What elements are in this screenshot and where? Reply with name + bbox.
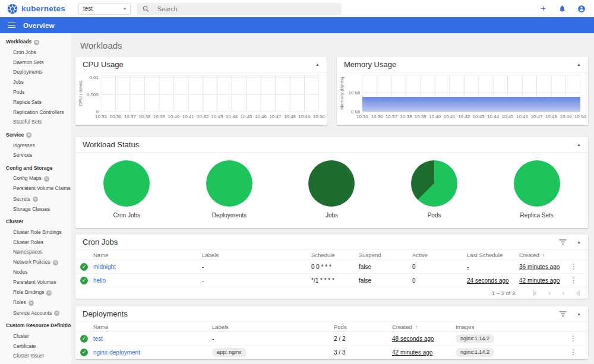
last-page-icon[interactable]: ›| [576,290,580,296]
sidebar-group-workloads[interactable]: WorkloadsN [0,36,71,48]
column-header-active[interactable]: Active [412,252,467,258]
column-header-last-schedule[interactable]: Last Schedule [467,252,519,258]
resource-link[interactable]: midnight [93,264,202,270]
collapse-icon[interactable]: ▲ [315,62,320,67]
sidebar-item-persistent-volume-claims[interactable]: Persistent Volume ClaimsN [0,183,71,194]
sidebar-item-cluster[interactable]: Cluster [0,331,71,341]
x-axis-tick: 10:48 [544,114,559,119]
sidebar-item-label: Roles [13,299,26,305]
column-header-created[interactable]: Created↑ [392,324,456,330]
x-axis-tick: 10:38 [398,114,413,119]
x-axis-tick: 10:49 [558,114,573,119]
notifications-button[interactable] [558,5,566,12]
sidebar-item-network-policies[interactable]: Network PoliciesN [0,257,71,267]
sidebar-item-certificate[interactable]: Certificate [0,341,71,351]
search-input[interactable] [157,5,336,12]
column-header-schedule[interactable]: Schedule [311,252,359,258]
kebab-menu-icon[interactable]: ⋮ [570,348,577,356]
header-actions [539,5,586,13]
actions-cell: ⋮ [567,262,581,271]
x-axis-labels: 10:3510:3610:3710:3810:3910:4010:4110:42… [362,114,580,119]
x-axis-tick: 10:44 [485,114,501,119]
column-header-images[interactable]: Images [456,324,565,330]
filter-icon[interactable] [559,311,567,316]
sidebar-item-config-maps[interactable]: Config MapsN [0,173,71,183]
table-cell: 2 / 2 [334,335,392,342]
sidebar-item-cluster-role-bindings[interactable]: Cluster Role Bindings [0,227,71,237]
collapse-icon[interactable]: ▲ [577,240,581,244]
next-page-icon[interactable]: › [563,290,564,296]
collapse-icon[interactable]: ▲ [577,312,581,316]
x-axis-tick: 10:45 [500,114,516,119]
sidebar-item-role-bindings[interactable]: Role BindingsN [0,287,71,297]
table-cell: app: nginx [212,348,334,357]
sidebar-group-service[interactable]: ServiceN [0,129,71,141]
pie-label: Cron Jobs [75,212,178,219]
filter-icon[interactable] [559,239,567,245]
sidebar-item-roles[interactable]: RolesN [0,297,71,308]
collapse-icon[interactable]: ▲ [577,143,581,147]
sidebar-item-pods[interactable]: Pods [0,87,71,97]
kebab-menu-icon[interactable]: ⋮ [570,334,577,343]
hamburger-menu-icon[interactable] [8,21,15,29]
first-page-icon[interactable]: |‹ [533,290,536,296]
account-button[interactable] [577,5,586,13]
sidebar-item-label: Nodes [13,269,28,275]
x-axis-tick: 10:48 [282,114,298,119]
resource-link[interactable]: nginx-deployment [93,349,212,356]
previous-page-icon[interactable]: ‹ [548,290,550,296]
resource-link[interactable]: hello [93,277,202,284]
sidebar-item-service-accounts[interactable]: Service AccountsN [0,308,71,318]
column-header-name[interactable]: Name [93,252,202,258]
x-axis-tick: 10:49 [296,114,312,119]
sidebar-item-cluster-roles[interactable]: Cluster Roles [0,237,71,247]
search-bar[interactable] [137,3,342,15]
column-header-suspend[interactable]: Suspend [359,252,412,258]
sidebar-item-label: Cron Jobs [13,49,36,55]
actions-cell: ⋮ [567,276,581,284]
x-axis-tick: 10:50 [573,114,588,119]
column-header-labels[interactable]: Labels [212,324,334,330]
card-header: Memory Usage ▲ [337,57,588,72]
relative-time: 48 seconds ago [392,335,456,342]
sidebar-item-cron-jobs[interactable]: Cron Jobs [0,48,71,58]
sidebar-item-services[interactable]: Services [0,150,71,160]
page-context-title: Overview [23,22,55,29]
app-bar: Overview [0,17,594,33]
sidebar-item-replica-sets[interactable]: Replica Sets [0,97,71,107]
sidebar-item-replication-controllers[interactable]: Replication Controllers [0,107,71,117]
x-axis-tick: 10:37 [122,114,138,119]
sidebar-item-deployments[interactable]: Deployments [0,67,71,77]
column-header-name[interactable]: Name [93,324,212,330]
x-axis-tick: 10:43 [210,114,225,119]
column-header-pods[interactable]: Pods [334,324,392,330]
x-axis-tick: 10:36 [369,114,384,119]
sidebar-item-namespaces[interactable]: Namespaces [0,247,71,257]
create-resource-button[interactable] [539,5,547,12]
namespace-selector[interactable]: test ▾ [78,3,131,15]
column-header-labels[interactable]: Labels [202,252,311,258]
sidebar-item-label: Storage Classes [13,206,50,212]
column-header-created[interactable]: Created↑ [519,252,567,258]
sidebar-item-label: Ingresses [13,143,35,148]
kubernetes-logo[interactable]: kubernetes [7,4,65,14]
sidebar-item-label: Services [13,152,33,158]
table-row: ✓test-2 / 248 seconds agonginx:1.14.2⋮ [75,332,588,346]
sidebar-item-nodes[interactable]: Nodes [0,267,71,277]
sidebar-item-storage-classes[interactable]: Storage Classes [0,204,71,214]
x-axis-tick: 10:44 [224,114,239,119]
sidebar-item-ingresses[interactable]: Ingresses [0,140,71,150]
resource-link[interactable]: test [93,335,212,342]
kebab-menu-icon[interactable]: ⋮ [570,262,577,271]
sidebar-item-persistent-volumes[interactable]: Persistent Volumes [0,277,71,287]
pie-chart-pods [411,160,457,207]
sidebar-item-daemon-sets[interactable]: Daemon Sets [0,57,71,67]
kebab-menu-icon[interactable]: ⋮ [570,276,577,284]
x-axis-tick: 10:45 [239,114,254,119]
label-chip: nginx:1.14.2 [456,348,494,357]
sidebar-item-jobs[interactable]: Jobs [0,77,71,87]
sidebar-item-cluster-issuer[interactable]: Cluster Issuer [0,351,71,361]
sidebar-item-secrets[interactable]: SecretsN [0,194,71,204]
collapse-icon[interactable]: ▲ [577,62,581,67]
sidebar-item-stateful-sets[interactable]: Stateful Sets [0,117,71,127]
